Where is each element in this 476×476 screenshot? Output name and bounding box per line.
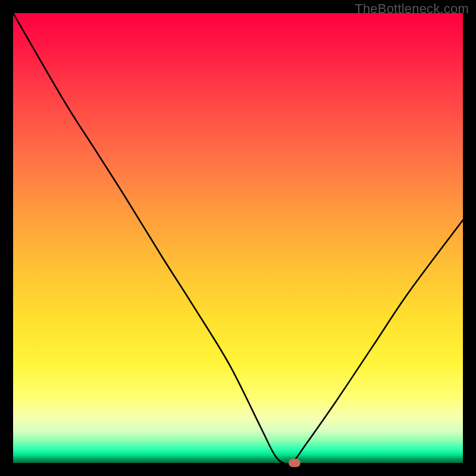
optimal-point-marker: [289, 459, 300, 467]
watermark-text: TheBottleneck.com: [355, 1, 469, 17]
chart-container: TheBottleneck.com: [0, 0, 476, 476]
plot-area: [13, 13, 463, 463]
bottleneck-curve: [13, 13, 463, 463]
